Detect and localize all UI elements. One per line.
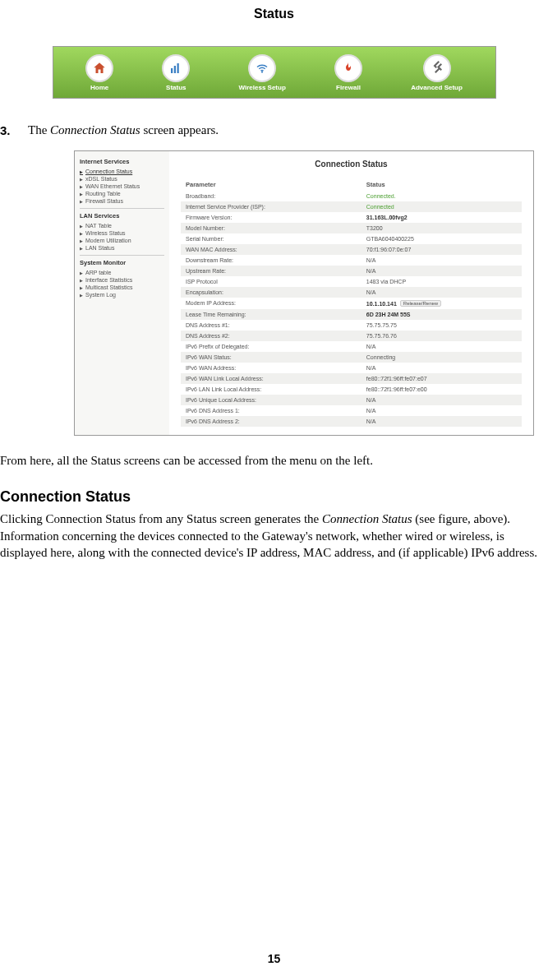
row-status: Connected. (366, 193, 517, 199)
row-status: N/A (366, 344, 517, 349)
row-param: Internet Service Provider (ISP): (186, 204, 366, 210)
connection-status-figure: Internet Services ▶Connection Status ▶xD… (74, 150, 534, 436)
nav-item-advanced[interactable]: Advanced Setup (411, 54, 463, 91)
row-status: Connected (366, 204, 517, 210)
table-row: ISP Protocol1483 via DHCP (181, 276, 522, 287)
nav-item-status[interactable]: Status (162, 54, 190, 91)
nav-label: Advanced Setup (411, 84, 463, 91)
row-status: N/A (366, 257, 517, 263)
row-status: N/A (366, 289, 517, 295)
sidebar-item-multicast-stats[interactable]: ▶Multicast Statistics (80, 284, 164, 291)
nav-label: Home (90, 84, 108, 91)
row-status: T3200 (366, 225, 517, 231)
table-row: IPv6 DNS Address 2:N/A (181, 416, 522, 427)
sidebar-item-lan-status[interactable]: ▶LAN Status (80, 244, 164, 252)
row-status: 1483 via DHCP (366, 279, 517, 284)
sidebar-item-label: WAN Ethernet Status (85, 183, 140, 189)
sidebar-item-label: NAT Table (85, 223, 112, 229)
sidebar-item-nat-table[interactable]: ▶NAT Table (80, 222, 164, 229)
sidebar-item-firewall-status[interactable]: ▶Firewall Status (80, 197, 164, 205)
table-row: Broadband:Connected. (181, 191, 522, 201)
row-status: 10.1.10.141Release/Renew (366, 300, 517, 307)
step-suffix: screen appears. (140, 123, 219, 136)
row-param: Downstream Rate: (186, 257, 366, 263)
sidebar-item-arp-table[interactable]: ▶ARP table (80, 269, 164, 276)
row-status: 75.75.76.76 (366, 333, 517, 339)
sidebar-item-wireless-status[interactable]: ▶Wireless Status (80, 229, 164, 237)
step-prefix: The (28, 123, 50, 136)
row-param: Serial Number: (186, 236, 366, 242)
sidebar-item-routing-table[interactable]: ▶Routing Table (80, 190, 164, 197)
row-param: Model Number: (186, 225, 366, 231)
sidebar-item-wan-ethernet[interactable]: ▶WAN Ethernet Status (80, 183, 164, 190)
row-param: Encapsulation: (186, 289, 366, 295)
row-param: IPv6 WAN Address: (186, 365, 366, 371)
sidebar-item-connection-status[interactable]: ▶Connection Status (80, 168, 164, 175)
sidebar-item-label: Modem Utilization (85, 238, 131, 243)
screen-name-italic: Connection Status (50, 123, 140, 136)
arrow-icon: ▶ (80, 278, 83, 283)
arrow-icon: ▶ (80, 285, 83, 290)
arrow-icon: ▶ (80, 184, 83, 189)
sidebar-item-label: xDSL Status (85, 176, 117, 182)
row-status: Connecting (366, 354, 517, 360)
nav-label: Firewall (336, 84, 361, 91)
row-param: Lease Time Remaining: (186, 312, 366, 317)
nav-item-home[interactable]: Home (85, 54, 113, 91)
sidebar-item-interface-stats[interactable]: ▶Interface Statistics (80, 276, 164, 284)
row-param: WAN MAC Address: (186, 247, 366, 252)
section-italic: Connection Status (322, 512, 412, 525)
arrow-icon: ▶ (80, 246, 83, 251)
arrow-icon: ▶ (80, 199, 83, 204)
table-row: WAN MAC Address:70:f1:96:07:0e:07 (181, 244, 522, 255)
table-row: IPv6 LAN Link Local Address:fe80::72f1:9… (181, 384, 522, 395)
sidebar-item-xdsl[interactable]: ▶xDSL Status (80, 175, 164, 183)
row-param: IPv6 Prefix of Delegated: (186, 344, 366, 349)
row-status: N/A (366, 408, 517, 414)
arrow-icon: ▶ (80, 293, 83, 298)
arrow-icon: ▶ (80, 270, 83, 275)
table-row: IPv6 WAN Status:Connecting (181, 352, 522, 363)
row-param: Upstream Rate: (186, 268, 366, 274)
wifi-icon (248, 54, 276, 82)
sidebar-item-label: Connection Status (85, 169, 132, 174)
table-row: Model Number:T3200 (181, 223, 522, 233)
table-row: IPv6 WAN Address:N/A (181, 363, 522, 373)
nav-item-wireless[interactable]: Wireless Setup (239, 54, 286, 91)
arrow-icon: ▶ (80, 238, 83, 243)
row-param: DNS Address #1: (186, 322, 366, 328)
firewall-icon (334, 54, 362, 82)
status-table: Parameter Status Broadband:Connected.Int… (181, 178, 522, 427)
table-row: Internet Service Provider (ISP):Connecte… (181, 201, 522, 212)
step-number: 3. (0, 123, 18, 137)
header-param: Parameter (186, 181, 366, 188)
status-icon (162, 54, 190, 82)
row-param: IPv6 WAN Link Local Address: (186, 376, 366, 381)
page-title: Status (0, 0, 548, 46)
section-body-prefix: Clicking Connection Status from any Stat… (0, 512, 322, 525)
sidebar-group-title: Internet Services (80, 158, 164, 165)
sidebar-item-label: Interface Statistics (85, 277, 132, 283)
nav-item-firewall[interactable]: Firewall (334, 54, 362, 91)
sidebar-item-system-log[interactable]: ▶System Log (80, 291, 164, 298)
release-renew-button[interactable]: Release/Renew (400, 300, 441, 307)
sidebar-item-label: System Log (85, 292, 116, 298)
table-row: IPv6 Prefix of Delegated:N/A (181, 341, 522, 352)
sidebar-item-modem-util[interactable]: ▶Modem Utilization (80, 237, 164, 244)
arrow-icon: ▶ (80, 231, 83, 236)
row-status: 75.75.75.75 (366, 322, 517, 328)
row-param: DNS Address #2: (186, 333, 366, 339)
row-param: IPv6 LAN Link Local Address: (186, 386, 366, 392)
table-row: Serial Number:GTBA6040400225 (181, 233, 522, 244)
sidebar-item-label: LAN Status (85, 245, 114, 251)
row-param: IPv6 DNS Address 2: (186, 418, 366, 424)
row-param: Modem IP Address: (186, 300, 366, 307)
table-row: DNS Address #1:75.75.75.75 (181, 320, 522, 331)
nav-bar-figure: Home Status Wireless Setup Firewall Adva… (53, 46, 496, 99)
paragraph-1: From here, all the Status screens can be… (0, 452, 548, 488)
table-row: Downstream Rate:N/A (181, 255, 522, 266)
row-status: N/A (366, 418, 517, 424)
row-status: 31.163L.00fvg2 (366, 215, 517, 220)
svg-rect-2 (177, 63, 179, 73)
sidebar-item-label: Firewall Status (85, 198, 123, 204)
